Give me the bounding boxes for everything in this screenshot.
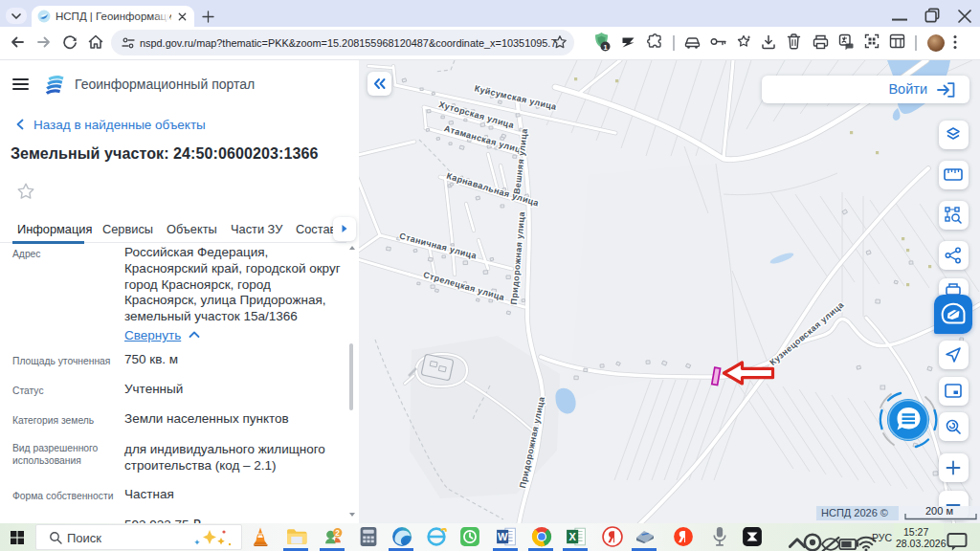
svg-text:W: W [498,531,508,542]
svg-text:2: 2 [335,528,340,538]
svg-text:X: X [568,531,576,542]
svg-text:1: 1 [603,43,607,52]
